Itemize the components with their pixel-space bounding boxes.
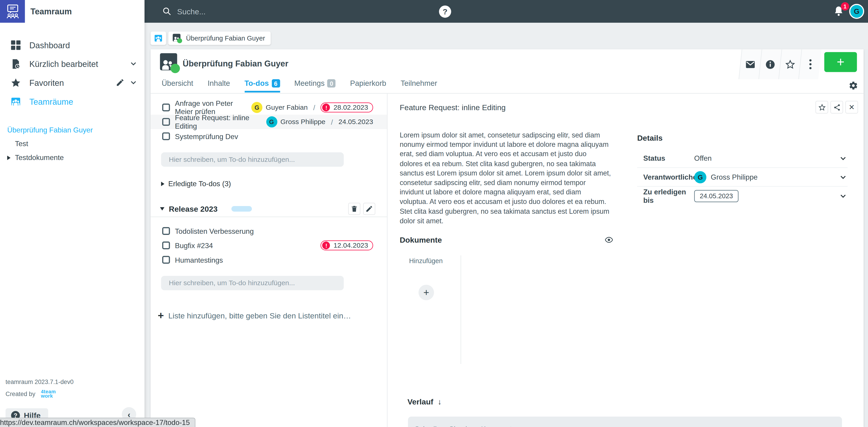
arrow-down-icon[interactable]: ↓ bbox=[438, 397, 441, 406]
comment-input[interactable] bbox=[408, 417, 842, 427]
documents-add-label: Hinzufügen bbox=[409, 257, 443, 265]
sidebar-item-recent[interactable]: Kürzlich bearbeitet bbox=[0, 54, 145, 73]
add-todo-input[interactable] bbox=[161, 276, 344, 290]
notifications-button[interactable]: 1 bbox=[833, 5, 846, 18]
todo-label[interactable]: Bugfix #234 bbox=[175, 241, 321, 250]
history-heading: Verlauf bbox=[407, 397, 433, 406]
sidebar-header: Teamraum bbox=[0, 0, 145, 23]
todo-checkbox[interactable] bbox=[162, 133, 170, 140]
notification-count-badge: 1 bbox=[841, 2, 849, 11]
delete-list-button[interactable] bbox=[348, 203, 361, 215]
global-search[interactable] bbox=[162, 7, 395, 16]
todo-label[interactable]: Humantestings bbox=[175, 256, 373, 264]
todo-checkbox[interactable] bbox=[162, 104, 170, 111]
kebab-menu-icon bbox=[809, 59, 811, 69]
expand-triangle-icon bbox=[161, 181, 164, 186]
add-todo-input[interactable] bbox=[161, 152, 344, 167]
sidebar-item-label: Teamräume bbox=[29, 97, 138, 106]
assignee-avatar[interactable]: G bbox=[251, 102, 262, 113]
todo-checkbox[interactable] bbox=[162, 227, 170, 235]
chevron-down-icon[interactable] bbox=[839, 192, 847, 201]
completed-todos-label: Erledigte To-dos (3) bbox=[168, 179, 231, 188]
todo-label[interactable]: Todolisten Verbesserung bbox=[175, 227, 373, 235]
sidebar-item-favorites[interactable]: Favoriten bbox=[0, 73, 145, 92]
due-date-overdue[interactable]: ! 12.04.2023 bbox=[321, 240, 373, 250]
tree-item-testdokumente[interactable]: Testdokumente bbox=[0, 151, 145, 165]
alert-icon: ! bbox=[322, 104, 330, 111]
breadcrumb-home-chip[interactable] bbox=[151, 32, 166, 45]
favorite-button[interactable] bbox=[778, 49, 801, 79]
help-icon[interactable]: ? bbox=[439, 5, 451, 18]
todo-label[interactable]: Systemprüfung Dev bbox=[175, 132, 373, 140]
assignee-avatar: G bbox=[694, 171, 707, 183]
list-progress-bar bbox=[231, 206, 252, 211]
gear-icon[interactable] bbox=[849, 81, 858, 90]
tab-uebersicht[interactable]: Übersicht bbox=[162, 79, 193, 91]
4teamwork-logo[interactable]: 4teamwork bbox=[41, 390, 56, 398]
todo-detail-panel: Feature Request: inline Editing ✕ Lorem … bbox=[388, 93, 864, 427]
user-avatar[interactable]: G bbox=[849, 4, 864, 19]
sidebar-item-label: Kürzlich bearbeitet bbox=[29, 59, 125, 68]
eye-icon[interactable] bbox=[604, 235, 614, 244]
todo-label[interactable]: Feature Request: inline Editing bbox=[175, 114, 266, 130]
tab-teilnehmer[interactable]: Teilnehmer bbox=[401, 79, 437, 91]
workspace-status-dot bbox=[170, 64, 180, 73]
due-date-row[interactable]: Zu erledigen bis 24.05.2023 bbox=[637, 187, 847, 205]
todo-checkbox[interactable] bbox=[162, 118, 170, 126]
scrollbar-gutter[interactable] bbox=[864, 49, 868, 427]
plus-icon: + bbox=[423, 287, 429, 298]
tree-item-test[interactable]: Test bbox=[0, 137, 145, 151]
tab-papierkorb[interactable]: Papierkorb bbox=[350, 79, 386, 91]
chevron-down-icon[interactable] bbox=[839, 154, 847, 163]
due-date[interactable]: 24.05.2023 bbox=[338, 118, 373, 126]
share-todo-button[interactable] bbox=[831, 101, 843, 114]
assignee-name[interactable]: Gross Philippe bbox=[280, 118, 326, 126]
todo-label[interactable]: Anfrage von Peter Meier prüfen bbox=[175, 99, 251, 116]
star-icon bbox=[10, 77, 21, 88]
add-document-button[interactable]: + bbox=[418, 285, 434, 300]
favorite-todo-button[interactable] bbox=[815, 101, 828, 114]
search-input[interactable] bbox=[177, 7, 376, 16]
assignee-avatar[interactable]: G bbox=[266, 116, 277, 127]
assignee-row[interactable]: Verantwortlicher G Gross Philippe bbox=[637, 168, 847, 187]
todo-list-title[interactable]: Release 2023 bbox=[169, 204, 217, 213]
edit-pencil-icon[interactable] bbox=[116, 78, 125, 87]
edit-list-button[interactable] bbox=[363, 203, 376, 215]
status-url-tooltip: https://dev.teamraum.ch/workspaces/works… bbox=[0, 418, 195, 427]
expand-triangle-icon[interactable] bbox=[7, 156, 11, 160]
todo-checkbox[interactable] bbox=[162, 241, 170, 249]
tab-todos[interactable]: To-dos 6 bbox=[245, 79, 280, 92]
due-date-label: Zu erledigen bis bbox=[643, 188, 694, 204]
chevron-down-icon[interactable] bbox=[129, 78, 138, 87]
sidebar-item-teamraeume[interactable]: Teamräume bbox=[0, 92, 145, 111]
plus-icon: + bbox=[837, 54, 844, 69]
completed-todos-toggle[interactable]: Erledigte To-dos (3) bbox=[161, 179, 387, 188]
team-people-icon bbox=[10, 96, 21, 107]
add-list-button[interactable]: + Liste hinzufügen, bitte geben Sie den … bbox=[158, 311, 387, 320]
mail-button[interactable] bbox=[739, 49, 762, 79]
chevron-down-icon[interactable] bbox=[839, 173, 847, 181]
more-options-button[interactable] bbox=[798, 49, 822, 79]
assignee-name[interactable]: Guyer Fabian bbox=[266, 104, 308, 111]
tab-meetings[interactable]: Meetings 0 bbox=[294, 79, 336, 91]
sidebar-item-label: Favoriten bbox=[29, 78, 111, 87]
status-value: Offen bbox=[694, 154, 712, 163]
tree-item-workspace[interactable]: Überprüfung Fabian Guyer bbox=[0, 123, 145, 137]
info-button[interactable] bbox=[758, 49, 781, 79]
todo-row-selected: Feature Request: inline Editing G Gross … bbox=[151, 115, 387, 129]
add-content-button[interactable]: + bbox=[824, 52, 857, 72]
app-viewport: Teamraum Dashboard Kürzlich bearbeitet F… bbox=[0, 0, 868, 427]
breadcrumb-workspace-chip[interactable]: Überprüfung Fabian Guyer bbox=[168, 32, 271, 45]
status-row[interactable]: Status Offen bbox=[637, 149, 847, 168]
chevron-down-icon[interactable] bbox=[129, 59, 138, 68]
tab-inhalte[interactable]: Inhalte bbox=[208, 79, 230, 91]
sidebar-item-dashboard[interactable]: Dashboard bbox=[0, 35, 145, 54]
star-outline-icon bbox=[785, 59, 796, 69]
close-detail-button[interactable]: ✕ bbox=[845, 101, 858, 114]
todo-checkbox[interactable] bbox=[162, 256, 170, 263]
due-date-text: 12.04.2023 bbox=[334, 241, 368, 249]
app-logo[interactable] bbox=[0, 0, 25, 23]
due-date-overdue[interactable]: ! 28.02.2023 bbox=[321, 103, 373, 112]
due-date-field[interactable]: 24.05.2023 bbox=[694, 190, 739, 202]
collapse-triangle-icon[interactable] bbox=[160, 207, 164, 210]
